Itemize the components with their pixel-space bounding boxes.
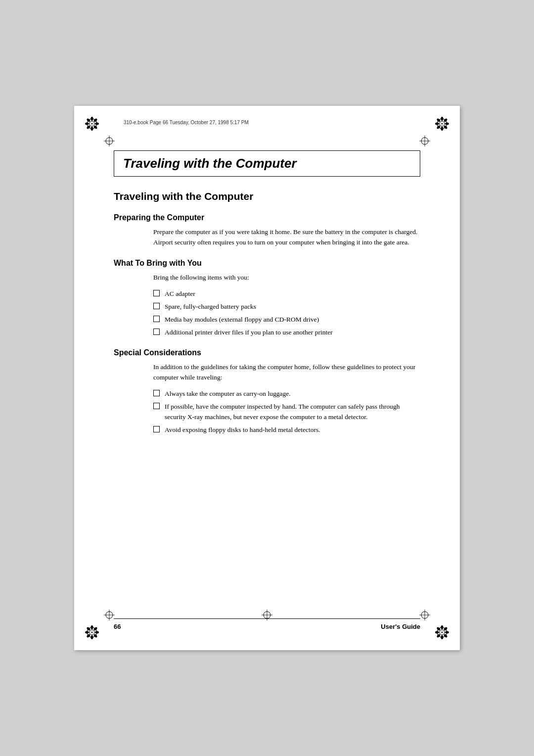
main-content: Traveling with the Computer Traveling wi…	[114, 150, 420, 435]
list-item: Spare, fully-charged battery packs	[153, 302, 420, 312]
list-item: If possible, have the computer inspected…	[153, 402, 420, 423]
chapter-title: Traveling with the Computer	[123, 156, 411, 171]
page: 310-e.book Page 66 Tuesday, October 27, …	[74, 106, 460, 650]
corner-decoration-bl	[83, 623, 101, 641]
svg-point-18	[441, 127, 444, 131]
chapter-title-box: Traveling with the Computer	[114, 150, 420, 177]
svg-point-40	[441, 635, 444, 639]
section-body-1: Bring the following items with you:	[153, 273, 420, 283]
svg-point-16	[445, 123, 449, 125]
checkbox-icon	[153, 403, 160, 409]
list-item-text: Spare, fully-charged battery packs	[165, 302, 256, 312]
svg-point-36	[441, 625, 444, 629]
svg-point-2	[91, 123, 93, 125]
list-item: AC adapter	[153, 289, 420, 299]
list-item-text: If possible, have the computer inspected…	[165, 402, 420, 423]
svg-point-24	[91, 632, 93, 633]
list-item-text: AC adapter	[165, 289, 195, 299]
checkbox-icon	[153, 303, 160, 309]
svg-point-20	[435, 123, 439, 125]
corner-decoration-br	[433, 623, 451, 641]
list-item-text: Always take the computer as carry-on lug…	[165, 389, 291, 399]
checkbox-icon	[153, 390, 160, 396]
list-item: Additional printer driver files if you p…	[153, 328, 420, 338]
corner-decoration-tl	[83, 115, 101, 133]
svg-point-3	[91, 117, 93, 121]
corner-decoration-tr	[433, 115, 451, 133]
section-body-2: In addition to the guidelines for taking…	[153, 362, 420, 383]
list-item-text: Media bay modules (external floppy and C…	[165, 315, 319, 325]
svg-point-29	[91, 635, 93, 639]
footer-title: User's Guide	[381, 623, 420, 630]
svg-point-25	[91, 625, 93, 629]
svg-point-7	[91, 127, 93, 131]
svg-point-35	[442, 632, 443, 633]
section-heading-2: Special Considerations	[114, 348, 420, 357]
main-heading: Traveling with the Computer	[114, 190, 420, 202]
page-header: 310-e.book Page 66 Tuesday, October 27, …	[124, 120, 249, 125]
bullet-list-1: AC adapter Spare, fully-charged battery …	[153, 289, 420, 338]
list-item: Avoid exposing floppy disks to hand-held…	[153, 425, 420, 435]
footer-page-number: 66	[114, 623, 121, 630]
checkbox-icon	[153, 316, 160, 322]
section-body-0: Prepare the computer as if you were taki…	[153, 227, 420, 248]
svg-point-38	[445, 631, 449, 634]
svg-point-9	[85, 123, 89, 125]
section-heading-1: What To Bring with You	[114, 259, 420, 268]
svg-point-5	[95, 123, 99, 125]
reg-mark-tl	[104, 136, 115, 146]
reg-mark-bl	[104, 610, 115, 620]
section-heading-0: Preparing the Computer	[114, 213, 420, 222]
list-item: Media bay modules (external floppy and C…	[153, 315, 420, 325]
svg-point-31	[85, 631, 89, 634]
checkbox-icon	[153, 329, 160, 335]
list-item: Always take the computer as carry-on lug…	[153, 389, 420, 399]
list-item-text: Additional printer driver files if you p…	[165, 328, 333, 338]
svg-point-42	[435, 631, 439, 634]
bullet-list-2: Always take the computer as carry-on lug…	[153, 389, 420, 435]
reg-mark-tr	[419, 136, 430, 146]
checkbox-icon	[153, 290, 160, 296]
reg-mark-br	[419, 610, 430, 620]
header-text: 310-e.book Page 66 Tuesday, October 27, …	[124, 120, 249, 125]
page-footer: 66 User's Guide	[114, 618, 420, 630]
list-item-text: Avoid exposing floppy disks to hand-held…	[165, 425, 320, 435]
svg-point-14	[441, 117, 444, 121]
svg-point-27	[95, 631, 99, 634]
checkbox-icon	[153, 426, 160, 432]
svg-point-13	[442, 123, 443, 125]
